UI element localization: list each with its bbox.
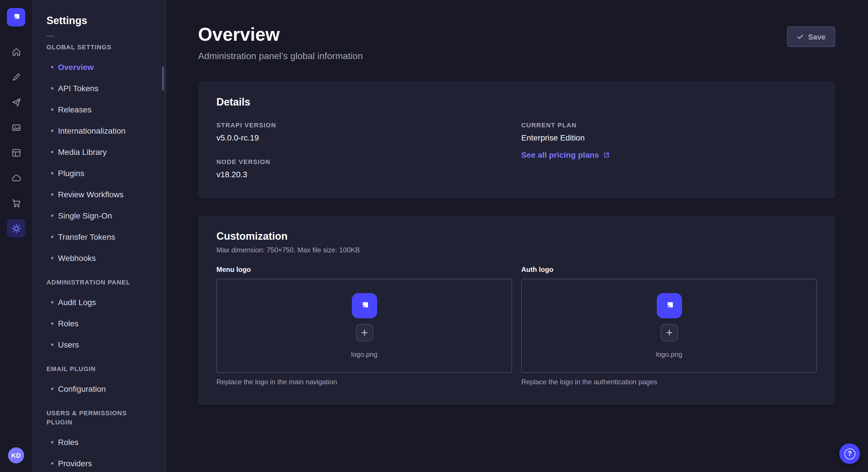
auth-logo-hint: Replace the logo in the authentication p…: [521, 377, 817, 386]
settings-subnav: Settings GLOBAL SETTINGS Overview API To…: [33, 0, 166, 472]
sidebar-item-single-sign-on[interactable]: Single Sign-On: [33, 205, 165, 226]
subnav-scrollbar-thumb[interactable]: [162, 67, 164, 91]
sidebar-item-label: Configuration: [58, 383, 106, 394]
node-version-field: NODE VERSION v18.20.3: [216, 157, 512, 180]
field-label: CURRENT PLAN: [521, 121, 817, 130]
customization-card-title: Customization: [216, 229, 817, 243]
page-header: Overview Administration panel’s global i…: [198, 23, 835, 63]
bullet-icon: [51, 441, 53, 443]
rail-items: [7, 42, 25, 447]
email-plugin-list: Configuration: [33, 378, 165, 399]
settings-icon[interactable]: [7, 219, 25, 237]
sidebar-item-transfer-tokens[interactable]: Transfer Tokens: [33, 226, 165, 247]
pricing-link-label: See all pricing plans: [521, 150, 599, 160]
administration-panel-list: Audit Logs Roles Users: [33, 291, 165, 355]
sidebar-item-label: Releases: [58, 103, 92, 115]
sidebar-item-review-workflows[interactable]: Review Workflows: [33, 183, 165, 205]
content-type-builder-icon[interactable]: [7, 68, 25, 86]
subnav-divider: [46, 36, 55, 37]
bullet-icon: [51, 193, 53, 195]
auth-logo-section: Auth logo logo.png Replace the logo in t…: [521, 265, 817, 386]
bullet-icon: [51, 150, 53, 153]
bullet-icon: [51, 235, 53, 238]
bullet-icon: [51, 129, 53, 132]
customization-card: Customization Max dimension: 750×750, Ma…: [198, 216, 835, 405]
users-permissions-list: Roles Providers: [33, 431, 165, 472]
sidebar-item-label: Roles: [58, 317, 79, 329]
bullet-icon: [51, 462, 53, 464]
sidebar-item-overview[interactable]: Overview: [33, 56, 165, 77]
sidebar-item-label: Internationalization: [58, 125, 125, 136]
main-nav-rail: KD: [0, 0, 33, 472]
save-button[interactable]: Save: [787, 26, 835, 47]
add-auth-logo-button[interactable]: [660, 324, 678, 341]
plus-icon: [665, 329, 673, 336]
help-button[interactable]: ?: [839, 443, 860, 464]
pricing-link[interactable]: See all pricing plans: [521, 150, 610, 160]
bullet-icon: [51, 66, 53, 68]
sidebar-item-email-configuration[interactable]: Configuration: [33, 378, 165, 399]
sidebar-item-admin-roles[interactable]: Roles: [33, 312, 165, 334]
sidebar-item-admin-users[interactable]: Users: [33, 334, 165, 355]
sidebar-item-up-roles[interactable]: Roles: [33, 431, 165, 452]
field-value: Enterprise Edition: [521, 132, 817, 143]
content-manager-icon[interactable]: [7, 143, 25, 162]
strapi-logo[interactable]: [7, 8, 25, 26]
home-icon[interactable]: [7, 42, 25, 61]
page-title: Overview: [198, 23, 363, 46]
bullet-icon: [51, 172, 53, 174]
marketplace-icon[interactable]: [7, 194, 25, 212]
add-menu-logo-button[interactable]: [355, 324, 373, 341]
sidebar-item-webhooks[interactable]: Webhooks: [33, 247, 165, 268]
bullet-icon: [51, 387, 53, 390]
upload-label: Menu logo: [216, 265, 512, 274]
page-subtitle: Administration panel’s global informatio…: [198, 49, 363, 63]
bullet-icon: [51, 87, 53, 89]
global-settings-list: Overview API Tokens Releases Internation…: [33, 56, 165, 268]
sidebar-item-label: Providers: [58, 458, 92, 469]
sidebar-item-releases[interactable]: Releases: [33, 99, 165, 120]
main-content: Overview Administration panel’s global i…: [166, 0, 868, 472]
field-value: v18.20.3: [216, 169, 512, 180]
strapi-logo-mark: [662, 299, 676, 312]
deploy-icon[interactable]: [7, 169, 25, 187]
sidebar-item-api-tokens[interactable]: API Tokens: [33, 77, 165, 99]
strapi-logo-mark: [358, 299, 371, 312]
details-right-column: CURRENT PLAN Enterprise Edition See all …: [521, 121, 817, 180]
auth-logo-preview: [656, 293, 682, 318]
question-mark-icon: ?: [844, 448, 855, 459]
bullet-icon: [51, 301, 53, 303]
section-heading-email-plugin: EMAIL PLUGIN: [46, 364, 152, 373]
menu-logo-hint: Replace the logo in the main navigation: [216, 377, 512, 386]
menu-logo-preview: [352, 293, 377, 318]
menu-logo-dropzone[interactable]: logo.png: [216, 279, 512, 373]
field-label: STRAPI VERSION: [216, 121, 512, 130]
sidebar-item-label: Overview: [58, 61, 94, 72]
sidebar-item-media-library[interactable]: Media Library: [33, 141, 165, 162]
bullet-icon: [51, 214, 53, 216]
media-library-icon[interactable]: [7, 118, 25, 136]
external-link-icon: [603, 152, 610, 158]
sidebar-item-internationalization[interactable]: Internationalization: [33, 120, 165, 141]
bullet-icon: [51, 322, 53, 324]
sidebar-item-label: Roles: [58, 436, 79, 448]
releases-icon[interactable]: [7, 93, 25, 111]
sidebar-item-label: API Tokens: [58, 82, 98, 94]
details-grid: STRAPI VERSION v5.0.0-rc.19 NODE VERSION…: [216, 121, 817, 180]
menu-logo-filename: logo.png: [351, 350, 377, 359]
bullet-icon: [51, 257, 53, 259]
subnav-title: Settings: [33, 14, 165, 28]
sidebar-item-audit-logs[interactable]: Audit Logs: [33, 291, 165, 312]
avatar[interactable]: KD: [8, 447, 24, 463]
auth-logo-filename: logo.png: [656, 350, 682, 359]
sidebar-item-label: Single Sign-On: [58, 210, 112, 221]
strapi-logo-mark: [10, 11, 22, 24]
auth-logo-dropzone[interactable]: logo.png: [521, 279, 817, 373]
sidebar-item-up-providers[interactable]: Providers: [33, 452, 165, 472]
details-card-title: Details: [216, 95, 817, 109]
customization-constraints: Max dimension: 750×750, Max file size: 1…: [216, 245, 817, 255]
sidebar-item-plugins[interactable]: Plugins: [33, 162, 165, 183]
section-heading-users-permissions-plugin: USERS & PERMISSIONS PLUGIN: [46, 408, 152, 427]
check-icon: [797, 33, 803, 40]
details-card: Details STRAPI VERSION v5.0.0-rc.19 NODE…: [198, 81, 835, 198]
